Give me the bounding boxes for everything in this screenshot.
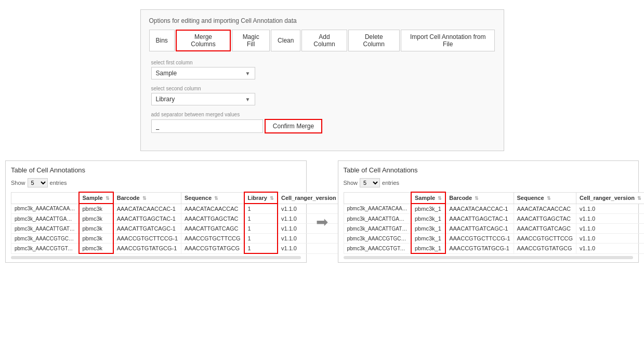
right-col-header-cell-ranger[interactable]: Cell_ranger_version ⇅ [576,192,644,204]
right-col-header-sample[interactable]: Sample ⇅ [411,192,445,204]
first-column-arrow-icon: ▼ [245,71,251,76]
table-cell: 1 [244,224,278,234]
table-row: pbmc3k_AAACATTGAGCTAC-1pbmc3kAAACATTGAGC… [11,214,347,224]
table-cell: 1 [244,214,278,224]
table-row: pbmc3k_AAACATTGATCAGC-1pbmc3kAAACATTGATC… [11,224,347,234]
second-column-select[interactable]: Library ▼ [151,93,255,105]
table-cell: v1.1.0 [576,224,644,234]
second-column-label: select second column [151,86,493,91]
table-cell: pbmc3k [79,224,113,234]
table-cell: AAACATTGATCAGC-1 [445,224,514,234]
confirm-merge-button[interactable]: Confirm Merge [265,119,322,133]
left-show-entries: Show 5 10 25 entries [11,178,301,187]
table-cell: pbmc3k_1 [411,234,445,244]
tab-clean[interactable]: Clean [271,30,300,51]
merge-arrow: ➡ [312,193,333,231]
table-cell: pbmc3k_AAACATTGATCAGC-1 [344,224,411,234]
left-table-title: Table of Cell Annotations [11,166,301,174]
tab-magic-fill[interactable]: Magic Fill [232,30,270,51]
right-col-header-0 [344,192,411,204]
table-cell: AAACATTGATCAGC [514,224,576,234]
separator-label: add separator between merged values [151,112,493,117]
table-cell: pbmc3k_AAACATACAACCAC-1 [344,204,411,214]
left-data-table: Sample ⇅ Barcode ⇅ Sequence ⇅ Library ⇅ … [11,192,347,254]
right-entries-select[interactable]: 5 10 25 [360,178,380,187]
table-cell: pbmc3k_AAACATTGATCAGC-1 [11,224,79,234]
tab-bins[interactable]: Bins [149,30,175,51]
panel-title: Options for editing and importing Cell A… [149,17,495,24]
options-panel: Options for editing and importing Cell A… [140,9,504,151]
table-cell: pbmc3k_AAACCGTGTATGCG-1 [344,244,411,254]
second-column-value: Library [156,96,175,103]
table-cell: AAACATTGAGCTAC-1 [445,214,514,224]
second-column-arrow-icon: ▼ [245,97,251,102]
first-column-value: Sample [156,70,177,77]
table-cell: AAACATACAACCAC-1 [113,204,181,214]
left-col-header-library[interactable]: Library ⇅ [244,192,278,204]
right-col-header-sequence[interactable]: Sequence ⇅ [514,192,576,204]
left-entries-label: entries [50,180,67,186]
first-column-label: select first column [151,60,493,65]
table-cell: 1 [244,244,278,254]
table-cell: AAACCGTGTATGCG-1 [445,244,514,254]
left-col-header-barcode[interactable]: Barcode ⇅ [113,192,181,204]
table-cell: pbmc3k [79,234,113,244]
left-table-panel: Table of Cell Annotations Show 5 10 25 e… [5,160,307,263]
right-show-entries: Show 5 10 25 entries [344,178,634,187]
table-row: pbmc3k_AAACATACAACCAC-1pbmc3k_1AAACATACA… [344,204,644,214]
table-cell: pbmc3k_AAACCGTGCTTCCG-1 [11,234,79,244]
left-col-header-sample[interactable]: Sample ⇅ [79,192,113,204]
table-cell: AAACCGTGTATGCG-1 [113,244,181,254]
table-cell: pbmc3k_AAACCGTGCTTCCG-1 [344,234,411,244]
table-cell: AAACATTGATCAGC [181,224,244,234]
table-cell: AAACCGTGTATGCG [181,244,244,254]
table-cell: pbmc3k_1 [411,214,445,224]
right-table-panel: Table of Cell Annotations Show 5 10 25 e… [338,160,639,263]
right-show-label: Show [344,180,358,186]
table-cell: v1.1.0 [278,234,346,244]
right-entries-label: entries [382,180,399,186]
tab-delete-column[interactable]: Delete Column [348,30,400,51]
tab-import[interactable]: Import Cell Annotation from File [401,30,495,51]
table-cell: AAACCGTGCTTCCG [514,234,576,244]
left-entries-select[interactable]: 5 10 25 [28,178,48,187]
table-cell: v1.1.0 [576,244,644,254]
right-col-header-barcode[interactable]: Barcode ⇅ [445,192,514,204]
table-cell: pbmc3k_AAACATTGAGCTAC-1 [11,214,79,224]
table-cell: pbmc3k [79,214,113,224]
table-cell: AAACATACAACCAC [514,204,576,214]
table-cell: pbmc3k_1 [411,244,445,254]
left-col-header-sequence[interactable]: Sequence ⇅ [181,192,244,204]
table-row: pbmc3k_AAACATTGATCAGC-1pbmc3k_1AAACATTGA… [344,224,644,234]
table-cell: pbmc3k [79,204,113,214]
table-cell: AAACATACAACCAC-1 [445,204,514,214]
right-scrollbar[interactable] [344,256,634,259]
table-row: pbmc3k_AAACCGTGCTTCCG-1pbmc3kAAACCGTGCTT… [11,234,347,244]
left-show-label: Show [11,180,25,186]
table-row: pbmc3k_AAACCGTGCTTCCG-1pbmc3k_1AAACCGTGC… [344,234,644,244]
table-cell: pbmc3k_AAACATACAACCAC-1 [11,204,79,214]
table-cell: AAACCGTGCTTCCG-1 [113,234,181,244]
table-cell: v1.1.0 [576,204,644,214]
table-cell: v1.1.0 [278,244,346,254]
table-cell: pbmc3k_AAACATTGAGCTAC-1 [344,214,411,224]
first-column-select[interactable]: Sample ▼ [151,67,255,79]
separator-input[interactable] [151,119,263,133]
table-row: pbmc3k_AAACATACAACCAC-1pbmc3kAAACATACAAC… [11,204,347,214]
merge-form: select first column Sample ▼ select seco… [149,60,495,140]
table-cell: v1.1.0 [576,234,644,244]
table-cell: AAACATTGAGCTAC-1 [113,214,181,224]
right-table-title: Table of Cell Annotations [344,166,634,174]
tab-merge-columns[interactable]: Merge Columns [176,30,231,51]
tab-add-column[interactable]: Add Column [301,30,347,51]
left-scrollbar[interactable] [11,256,301,259]
table-cell: pbmc3k_1 [411,204,445,214]
table-row: pbmc3k_AAACCGTGTATGCG-1pbmc3kAAACCGTGTAT… [11,244,347,254]
table-cell: pbmc3k_AAACCGTGTATGCG-1 [11,244,79,254]
table-cell: pbmc3k_1 [411,224,445,234]
table-cell: 1 [244,204,278,214]
table-cell: AAACATACAACCAC [181,204,244,214]
table-cell: AAACATTGAGCTAC [514,214,576,224]
table-cell: AAACCGTGCTTCCG-1 [445,234,514,244]
table-row: pbmc3k_AAACATTGAGCTAC-1pbmc3k_1AAACATTGA… [344,214,644,224]
